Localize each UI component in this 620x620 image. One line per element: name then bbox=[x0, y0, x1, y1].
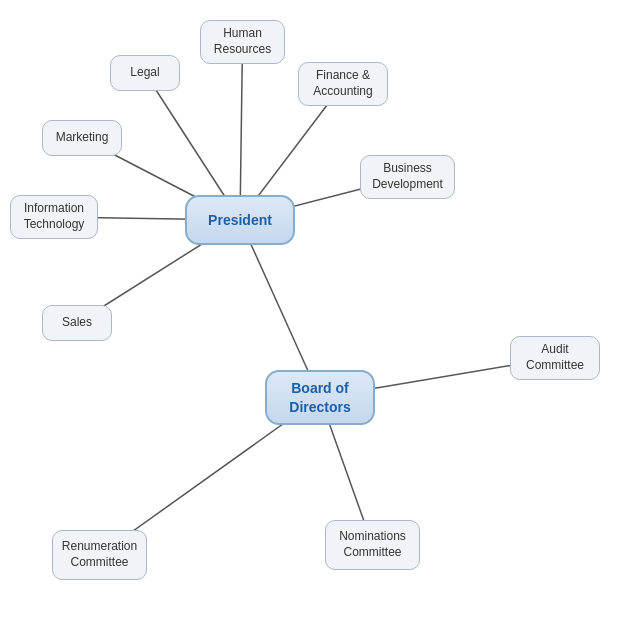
node-president: President bbox=[185, 195, 295, 245]
node-sales: Sales bbox=[42, 305, 112, 341]
node-finance: Finance &Accounting bbox=[298, 62, 388, 106]
node-audit_committee: AuditCommittee bbox=[510, 336, 600, 380]
node-legal: Legal bbox=[110, 55, 180, 91]
node-renumeration_committee: RenumerationCommittee bbox=[52, 530, 147, 580]
node-business_development: BusinessDevelopment bbox=[360, 155, 455, 199]
node-information_technology: InformationTechnology bbox=[10, 195, 98, 239]
svg-line-1 bbox=[240, 42, 243, 220]
node-marketing: Marketing bbox=[42, 120, 122, 156]
node-nominations_committee: NominationsCommittee bbox=[325, 520, 420, 570]
node-board: Board ofDirectors bbox=[265, 370, 375, 425]
node-human_resources: HumanResources bbox=[200, 20, 285, 64]
